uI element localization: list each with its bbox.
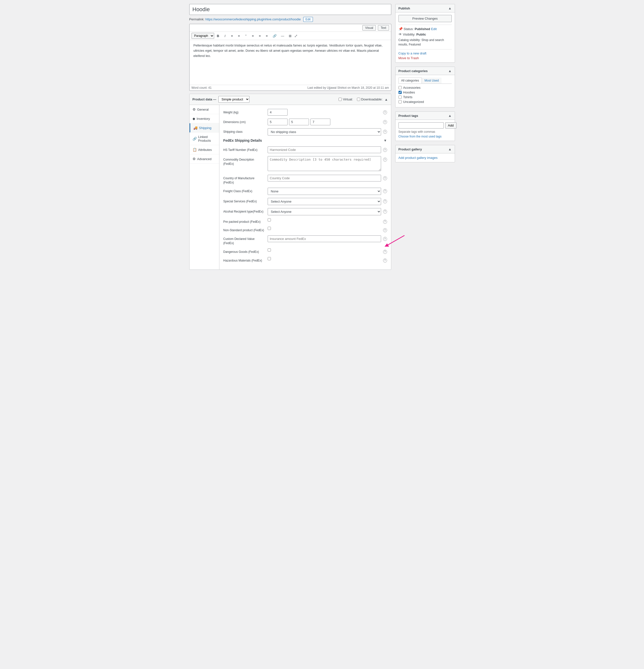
- tab-linked-products[interactable]: 🔗 Linked Products: [190, 132, 219, 145]
- gallery-box-body: Add product gallery images: [395, 153, 455, 162]
- special-services-row: Special Services (FedEx) Select Anyone ?: [223, 198, 387, 205]
- tab-general-label: General: [197, 108, 209, 111]
- hazardous-materials-checkbox[interactable]: [268, 257, 271, 260]
- tab-linked-label: Linked Products: [198, 135, 216, 142]
- dangerous-goods-help-icon[interactable]: ?: [383, 250, 387, 254]
- alcohol-recipient-help-icon[interactable]: ?: [383, 210, 387, 214]
- visual-tab-button[interactable]: Visual: [362, 25, 376, 31]
- categories-box-body: All categories Most Used Accessories Hoo…: [395, 75, 455, 107]
- align-right-button[interactable]: ≡: [264, 33, 270, 39]
- horizontal-rule-button[interactable]: —: [279, 33, 286, 39]
- weight-input[interactable]: [268, 109, 288, 116]
- bold-button[interactable]: B: [215, 33, 221, 39]
- virtual-downloadable-row: Virtual: Downloadable:: [338, 98, 382, 101]
- categories-collapse-button[interactable]: ▲: [448, 69, 452, 73]
- non-standard-help-icon[interactable]: ?: [383, 228, 387, 232]
- add-gallery-images-link[interactable]: Add product gallery images: [398, 156, 438, 160]
- tab-attributes[interactable]: 📋 Attributes: [190, 145, 219, 154]
- tags-input[interactable]: [398, 122, 444, 129]
- unordered-list-button[interactable]: ≡: [229, 33, 235, 39]
- dimensions-help-icon[interactable]: ?: [383, 120, 387, 124]
- tab-inventory-label: Inventory: [197, 117, 210, 120]
- non-standard-row: Non-Standard product (FedEx) ?: [223, 227, 387, 232]
- freight-class-help-icon[interactable]: ?: [383, 189, 387, 193]
- product-type-select[interactable]: Simple product: [219, 96, 250, 103]
- tab-inventory[interactable]: ◆ Inventory: [190, 114, 219, 123]
- downloadable-label: Downloadable:: [357, 98, 382, 101]
- align-center-button[interactable]: ≡: [257, 33, 263, 39]
- link-button[interactable]: 🔗: [271, 33, 278, 39]
- align-left-button[interactable]: ≡: [250, 33, 256, 39]
- category-tshirts: Tshirts: [398, 95, 452, 99]
- shipping-class-help-icon[interactable]: ?: [383, 130, 387, 134]
- non-standard-checkbox[interactable]: [268, 227, 271, 230]
- alcohol-recipient-select[interactable]: Select Anyone: [268, 208, 381, 215]
- alcohol-recipient-row: Alcohal Recipient type(FedEx) Select Any…: [223, 208, 387, 215]
- ordered-list-button[interactable]: ≡: [236, 33, 242, 39]
- weight-help-icon[interactable]: ?: [383, 110, 387, 114]
- custom-declared-input[interactable]: [268, 236, 381, 242]
- pre-packed-field: [268, 218, 381, 222]
- italic-button[interactable]: I: [222, 33, 228, 39]
- copy-draft-link[interactable]: Copy to a new draft: [398, 52, 452, 55]
- product-data-collapse-button[interactable]: ▲: [384, 98, 388, 101]
- virtual-checkbox[interactable]: [338, 98, 342, 101]
- choose-tags-link[interactable]: Choose from the most used tags: [398, 135, 442, 138]
- publish-title: Publish: [398, 6, 410, 10]
- commodity-desc-help-icon[interactable]: ?: [383, 158, 387, 161]
- action-links: Copy to a new draft Move to Trash: [398, 52, 452, 60]
- hs-tariff-help-icon[interactable]: ?: [383, 148, 387, 152]
- dimensions-group: [268, 118, 381, 125]
- paragraph-select[interactable]: Paragraph: [192, 33, 214, 39]
- table-button[interactable]: ⊞: [287, 33, 293, 39]
- hs-tariff-input[interactable]: [268, 146, 381, 153]
- commodity-desc-textarea[interactable]: [268, 156, 381, 171]
- expand-button[interactable]: ⤢: [294, 33, 297, 38]
- tab-advanced[interactable]: ⚙ Advanced: [190, 154, 219, 163]
- permalink-edit-button[interactable]: Edit: [303, 17, 313, 22]
- editor-content-area[interactable]: Pellentesque habitant morbi tristique se…: [190, 40, 391, 85]
- tab-shipping[interactable]: 🚚 Shipping: [190, 123, 219, 132]
- fedex-section-toggle[interactable]: ▼: [383, 139, 387, 142]
- country-manufacture-input[interactable]: [268, 175, 381, 182]
- all-categories-tab[interactable]: All categories: [398, 77, 422, 84]
- dim-h-input[interactable]: [310, 118, 330, 125]
- post-title-input[interactable]: Hoodie: [189, 4, 391, 15]
- status-edit-link[interactable]: Edit: [431, 27, 436, 31]
- tags-collapse-button[interactable]: ▲: [448, 114, 452, 118]
- text-tab-button[interactable]: Text: [378, 25, 389, 31]
- tab-attributes-label: Attributes: [198, 148, 212, 152]
- gallery-collapse-button[interactable]: ▲: [448, 147, 452, 151]
- special-services-select[interactable]: Select Anyone: [268, 198, 381, 205]
- hazardous-materials-help-icon[interactable]: ?: [383, 258, 387, 262]
- custom-declared-help-icon[interactable]: ?: [383, 237, 387, 241]
- dangerous-goods-checkbox[interactable]: [268, 248, 271, 252]
- publish-collapse-button[interactable]: ▲: [448, 6, 452, 10]
- preview-changes-button[interactable]: Preview Changes: [398, 15, 452, 22]
- tab-general[interactable]: ⚙ General: [190, 105, 219, 114]
- tags-input-row: Add: [398, 122, 452, 129]
- freight-class-select[interactable]: None: [268, 188, 381, 195]
- move-trash-link[interactable]: Move to Trash: [398, 56, 452, 60]
- product-data-body: ⚙ General ◆ Inventory 🚚 Shipping 🔗 Linke…: [190, 105, 391, 270]
- accessories-checkbox[interactable]: [398, 86, 402, 89]
- downloadable-checkbox[interactable]: [357, 98, 360, 101]
- dim-w-input[interactable]: [289, 118, 309, 125]
- tags-hint: Separate tags with commas: [398, 130, 452, 133]
- shipping-class-select[interactable]: No shipping class: [268, 128, 381, 136]
- hoodies-checkbox[interactable]: [398, 91, 402, 94]
- tshirts-checkbox[interactable]: [398, 96, 402, 99]
- special-services-help-icon[interactable]: ?: [383, 199, 387, 203]
- pre-packed-checkbox[interactable]: [268, 218, 271, 222]
- add-tag-button[interactable]: Add: [445, 122, 457, 129]
- country-manufacture-help-icon[interactable]: ?: [383, 176, 387, 180]
- hs-tariff-label: HS Tariff Number (FedEx): [223, 146, 266, 152]
- pre-packed-help-icon[interactable]: ?: [383, 220, 387, 224]
- advanced-icon: ⚙: [193, 157, 196, 161]
- blockquote-button[interactable]: ": [243, 33, 249, 39]
- dim-l-input[interactable]: [268, 118, 288, 125]
- uncategorized-checkbox[interactable]: [398, 100, 402, 103]
- permalink-link[interactable]: https://woocommercefedexshipping.pluginh…: [206, 17, 301, 21]
- most-used-tab[interactable]: Most Used: [422, 77, 442, 84]
- commodity-desc-row: Commodity Description (FedEx) ?: [223, 156, 387, 172]
